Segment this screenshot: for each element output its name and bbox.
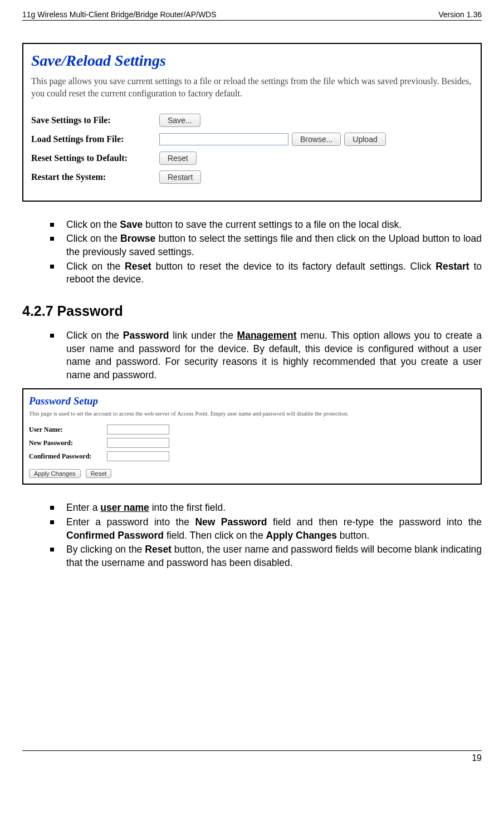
text: Click on the xyxy=(66,233,120,244)
text: By clicking on the xyxy=(66,544,145,555)
text: Click on the xyxy=(66,219,120,230)
restart-button[interactable]: Restart xyxy=(159,170,201,184)
bullet-icon xyxy=(50,265,54,269)
bullet-icon xyxy=(50,334,54,338)
row-load: Load Settings from File: Browse... Uploa… xyxy=(31,133,473,146)
list-item: Click on the Browse button to select the… xyxy=(50,232,482,258)
confirmed-password-input[interactable] xyxy=(107,451,169,461)
bullet-text: Click on the Reset button to reset the d… xyxy=(66,260,482,286)
bullet-text: Click on the Browse button to select the… xyxy=(66,232,482,258)
list-item: Enter a password into the New Password f… xyxy=(50,516,482,542)
page-footer: 19 xyxy=(22,750,482,763)
text-bold: Save xyxy=(120,219,143,230)
text: field. Then click on the xyxy=(164,530,266,541)
page-number: 19 xyxy=(472,753,482,763)
upload-button[interactable]: Upload xyxy=(344,133,385,146)
bullets-block-3: Enter a user name into the first field. … xyxy=(22,501,482,569)
bullet-icon xyxy=(50,520,54,524)
list-item: Click on the Password link under the Man… xyxy=(50,329,482,382)
row-save: Save Settings to File: Save... xyxy=(31,114,473,127)
row-username: User Name: xyxy=(29,424,475,435)
bullet-text: Click on the Save button to save the cur… xyxy=(66,218,482,232)
username-input[interactable] xyxy=(107,424,169,435)
text: button to save the current settings to a… xyxy=(143,219,402,230)
bullets-block-1: Click on the Save button to save the cur… xyxy=(22,218,482,286)
row-confirmed-password: Confirmed Password: xyxy=(29,451,475,461)
header-right: Version 1.36 xyxy=(438,10,482,19)
bullets-block-2: Click on the Password link under the Man… xyxy=(22,329,482,382)
label-new-password: New Password: xyxy=(29,439,107,447)
bullet-text: By clicking on the Reset button, the use… xyxy=(66,543,482,569)
label-confirmed-password: Confirmed Password: xyxy=(29,452,107,461)
row-new-password: New Password: xyxy=(29,438,475,448)
page-header: 11g Wireless Multi-Client Bridge/Bridge … xyxy=(22,10,482,21)
text-bold: Apply Changes xyxy=(266,530,337,541)
list-item: By clicking on the Reset button, the use… xyxy=(50,543,482,569)
reset-password-button[interactable]: Reset xyxy=(86,469,112,478)
text-bold: Reset xyxy=(145,544,172,555)
text-bold: New Password xyxy=(195,516,267,528)
label-save-to-file: Save Settings to File: xyxy=(31,115,159,125)
header-left: 11g Wireless Multi-Client Bridge/Bridge … xyxy=(22,10,217,19)
section-heading-password: 4.2.7 Password xyxy=(22,303,482,319)
text: Click on the xyxy=(66,261,125,272)
row-reset: Reset Settings to Default: Reset xyxy=(31,152,473,165)
bullet-icon xyxy=(50,237,54,241)
reset-button[interactable]: Reset xyxy=(159,152,197,165)
bullet-text: Enter a password into the New Password f… xyxy=(66,516,482,542)
text: Click on the xyxy=(66,330,123,341)
bullet-text: Enter a user name into the first field. xyxy=(66,501,482,515)
label-username: User Name: xyxy=(29,426,107,434)
text: field and then re-type the password into… xyxy=(267,516,482,528)
load-file-input[interactable] xyxy=(159,133,288,145)
save-button[interactable]: Save... xyxy=(159,114,200,127)
text: into the first field. xyxy=(149,502,226,513)
password-setup-screenshot: Password Setup This page is used to set … xyxy=(22,388,482,485)
save-reload-screenshot: Save/Reload Settings This page allows yo… xyxy=(22,43,482,202)
label-reset-default: Reset Settings to Default: xyxy=(31,153,159,163)
screenshot1-subtitle: This page allows you save current settin… xyxy=(31,75,473,100)
text: link under the xyxy=(169,330,237,341)
screenshot2-subtitle: This page is used to set the account to … xyxy=(29,411,475,417)
text-bold: Password xyxy=(123,330,169,341)
label-restart: Restart the System: xyxy=(31,172,159,182)
bullet-icon xyxy=(50,223,54,227)
text-bold-underline: Management xyxy=(237,330,297,341)
text-bold: Reset xyxy=(125,261,151,272)
text: Enter a password into the xyxy=(66,516,195,528)
text-bold: Confirmed Password xyxy=(66,530,164,541)
row-restart: Restart the System: Restart xyxy=(31,170,473,184)
new-password-input[interactable] xyxy=(107,438,169,448)
browse-button[interactable]: Browse... xyxy=(292,133,341,146)
screenshot1-title: Save/Reload Settings xyxy=(31,52,473,70)
text: Enter a xyxy=(66,502,100,513)
bullet-icon xyxy=(50,548,54,552)
label-load-from-file: Load Settings from File: xyxy=(31,134,159,144)
text: button to reset the device to its factor… xyxy=(151,261,436,272)
text-bold-underline: user name xyxy=(100,502,149,513)
list-item: Click on the Reset button to reset the d… xyxy=(50,260,482,286)
bullet-text: Click on the Password link under the Man… xyxy=(66,329,482,382)
screenshot2-title: Password Setup xyxy=(29,395,475,407)
list-item: Click on the Save button to save the cur… xyxy=(50,218,482,232)
text-bold: Restart xyxy=(436,261,469,272)
list-item: Enter a user name into the first field. xyxy=(50,501,482,515)
bullet-icon xyxy=(50,506,54,510)
text: button. xyxy=(337,530,369,541)
text-bold: Browse xyxy=(120,233,155,244)
apply-changes-button[interactable]: Apply Changes xyxy=(29,469,81,478)
